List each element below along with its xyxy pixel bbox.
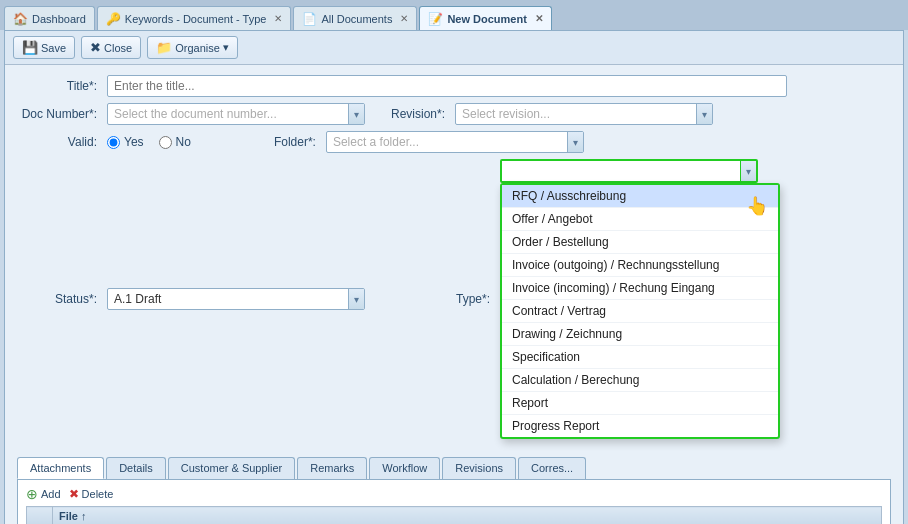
type-dropdown-list: RFQ / AusschreibungOffer / AngebotOrder …: [500, 183, 780, 439]
tab-remarks[interactable]: Remarks: [297, 457, 367, 479]
status-arrow[interactable]: ▾: [348, 289, 364, 309]
tab-details[interactable]: Details: [106, 457, 166, 479]
tab-customer-supplier[interactable]: Customer & Supplier: [168, 457, 296, 479]
close-icon: ✖: [90, 40, 101, 55]
status-select[interactable]: A.1 Draft ▾: [107, 288, 365, 310]
add-button[interactable]: ⊕ Add: [26, 486, 61, 502]
valid-yes-input[interactable]: [107, 136, 120, 149]
add-icon: ⊕: [26, 486, 38, 502]
title-row: Title*:: [17, 75, 891, 97]
title-input[interactable]: [107, 75, 787, 97]
tab-keywords-close[interactable]: ✕: [274, 13, 282, 24]
add-label: Add: [41, 488, 61, 500]
valid-yes-label: Yes: [124, 135, 144, 149]
new-doc-icon: 📝: [428, 12, 443, 26]
tab-bar: 🏠 Dashboard 🔑 Keywords - Document - Type…: [0, 0, 908, 30]
main-content: 💾 Save ✖ Close 📁 Organise ▾ Title*: Doc …: [4, 30, 904, 524]
revision-arrow[interactable]: ▾: [696, 104, 712, 124]
doc-revision-row: Doc Number*: Select the document number.…: [17, 103, 891, 125]
doc-number-arrow[interactable]: ▾: [348, 104, 364, 124]
doc-number-placeholder: Select the document number...: [108, 104, 348, 124]
tab-dashboard-label: Dashboard: [32, 13, 86, 25]
cursor-icon: 👆: [746, 195, 768, 217]
valid-label: Valid:: [17, 135, 97, 149]
close-label: Close: [104, 42, 132, 54]
tab-revisions[interactable]: Revisions: [442, 457, 516, 479]
dropdown-item-10[interactable]: Progress Report: [502, 415, 778, 437]
tab-new-document[interactable]: 📝 New Document ✕: [419, 6, 551, 30]
folder-placeholder: Select a folder...: [327, 132, 567, 152]
inner-tab-bar: Attachments Details Customer & Supplier …: [17, 457, 891, 480]
valid-radio-group: Yes No: [107, 135, 191, 149]
tab-attachments[interactable]: Attachments: [17, 457, 104, 479]
organise-arrow-icon: ▾: [223, 41, 229, 54]
dropdown-item-4[interactable]: Invoice (incoming) / Rechung Eingang: [502, 277, 778, 300]
tabs-section: Attachments Details Customer & Supplier …: [17, 457, 891, 524]
tab-keywords[interactable]: 🔑 Keywords - Document - Type ✕: [97, 6, 292, 30]
type-input[interactable]: [502, 161, 740, 181]
tab-all-docs-close[interactable]: ✕: [400, 13, 408, 24]
folder-arrow[interactable]: ▾: [567, 132, 583, 152]
tab-all-documents[interactable]: 📄 All Documents ✕: [293, 6, 417, 30]
tab-new-doc-close[interactable]: ✕: [535, 13, 543, 24]
valid-no-label: No: [176, 135, 191, 149]
save-label: Save: [41, 42, 66, 54]
dropdown-item-3[interactable]: Invoice (outgoing) / Rechnungsstellung: [502, 254, 778, 277]
tab-new-document-label: New Document: [447, 13, 526, 25]
tab-content-toolbar: ⊕ Add ✖ Delete: [26, 486, 882, 502]
dropdown-item-6[interactable]: Drawing / Zeichnung: [502, 323, 778, 346]
type-select[interactable]: ▾: [500, 159, 758, 183]
keywords-icon: 🔑: [106, 12, 121, 26]
tab-keywords-label: Keywords - Document - Type: [125, 13, 267, 25]
folder-label: Folder*:: [261, 135, 316, 149]
tab-correspondence[interactable]: Corres...: [518, 457, 586, 479]
revision-placeholder: Select revision...: [456, 104, 696, 124]
tab-content-attachments: ⊕ Add ✖ Delete File ↑: [17, 480, 891, 524]
sort-icon: ↑: [81, 510, 87, 522]
dropdown-item-2[interactable]: Order / Bestellung: [502, 231, 778, 254]
organise-button[interactable]: 📁 Organise ▾: [147, 36, 238, 59]
dropdown-item-0[interactable]: RFQ / Ausschreibung: [502, 185, 778, 208]
dropdown-item-5[interactable]: Contract / Vertrag: [502, 300, 778, 323]
tab-dashboard[interactable]: 🏠 Dashboard: [4, 6, 95, 30]
delete-button[interactable]: ✖ Delete: [69, 487, 114, 501]
delete-icon: ✖: [69, 487, 79, 501]
title-label: Title*:: [17, 79, 97, 93]
save-icon: 💾: [22, 40, 38, 55]
doc-number-select[interactable]: Select the document number... ▾: [107, 103, 365, 125]
status-label: Status*:: [17, 292, 97, 306]
dropdown-items: RFQ / AusschreibungOffer / AngebotOrder …: [502, 185, 778, 437]
organise-label: Organise: [175, 42, 220, 54]
revision-label: Revision*:: [375, 107, 445, 121]
dropdown-item-9[interactable]: Report: [502, 392, 778, 415]
valid-no-radio[interactable]: No: [159, 135, 191, 149]
toolbar: 💾 Save ✖ Close 📁 Organise ▾: [5, 31, 903, 65]
tab-workflow[interactable]: Workflow: [369, 457, 440, 479]
close-button[interactable]: ✖ Close: [81, 36, 141, 59]
valid-folder-row: Valid: Yes No Folder*: Select a folder..…: [17, 131, 891, 153]
dropdown-item-7[interactable]: Specification: [502, 346, 778, 369]
doc-number-label: Doc Number*:: [17, 107, 97, 121]
all-docs-icon: 📄: [302, 12, 317, 26]
form-area: Title*: Doc Number*: Select the document…: [5, 65, 903, 451]
valid-no-input[interactable]: [159, 136, 172, 149]
save-button[interactable]: 💾 Save: [13, 36, 75, 59]
revision-select[interactable]: Select revision... ▾: [455, 103, 713, 125]
checkbox-col-header: [27, 507, 53, 525]
valid-yes-radio[interactable]: Yes: [107, 135, 144, 149]
type-dropdown-container: ▾ RFQ / AusschreibungOffer / AngebotOrde…: [500, 159, 780, 439]
file-col-header: File ↑: [53, 507, 882, 525]
delete-label: Delete: [82, 488, 114, 500]
dropdown-item-8[interactable]: Calculation / Berechung: [502, 369, 778, 392]
tab-all-documents-label: All Documents: [321, 13, 392, 25]
status-value: A.1 Draft: [108, 289, 348, 309]
file-table: File ↑: [26, 506, 882, 524]
status-type-row: Status*: A.1 Draft ▾ Type*: ▾ RFQ / Auss…: [17, 159, 891, 439]
type-label: Type*:: [435, 292, 490, 306]
type-arrow[interactable]: ▾: [740, 161, 756, 181]
dropdown-item-1[interactable]: Offer / Angebot: [502, 208, 778, 231]
folder-select[interactable]: Select a folder... ▾: [326, 131, 584, 153]
organise-icon: 📁: [156, 40, 172, 55]
dashboard-icon: 🏠: [13, 12, 28, 26]
